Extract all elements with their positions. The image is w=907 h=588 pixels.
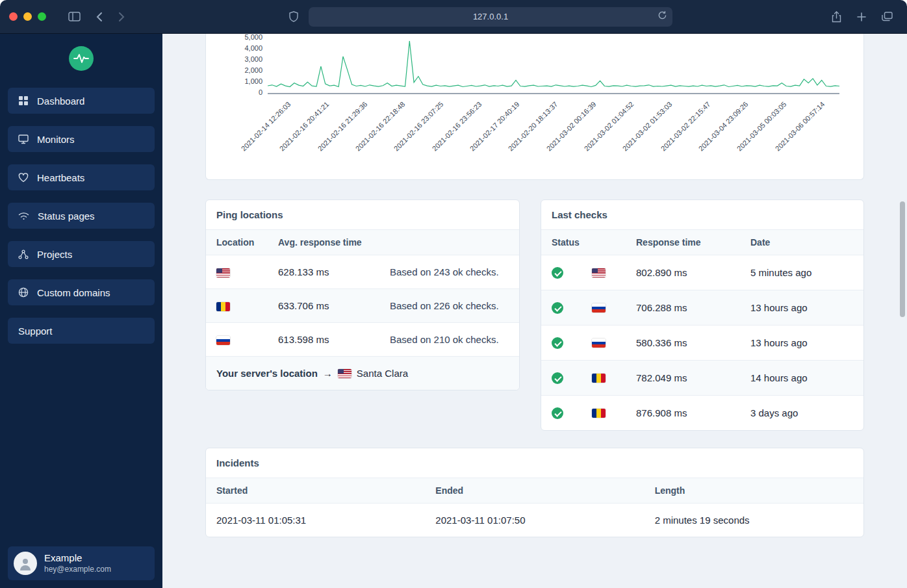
new-tab-button[interactable] <box>852 10 871 24</box>
chart-line <box>268 41 839 86</box>
check-date: 5 minutes ago <box>740 255 863 290</box>
sidebar-toggle-icon <box>68 12 81 21</box>
monitor-icon <box>18 134 29 144</box>
sidebar-item-heartbeats[interactable]: Heartbeats <box>8 164 155 190</box>
us-flag-icon <box>592 268 606 277</box>
table-row: 802.890 ms 5 minutes ago <box>541 255 863 290</box>
sidebar-toggle-button[interactable] <box>63 9 86 24</box>
avg-response-time: 613.598 ms <box>268 323 379 357</box>
column-header-location: Location <box>206 230 268 255</box>
url-text: 127.0.0.1 <box>473 12 508 21</box>
sidebar-item-dashboard[interactable]: Dashboard <box>8 88 155 114</box>
table-row: 876.908 ms 3 days ago <box>541 396 863 431</box>
incidents-title: Incidents <box>206 448 863 478</box>
table-header-row: Started Ended Length <box>206 478 863 504</box>
scrollbar-thumb[interactable] <box>900 201 905 317</box>
server-city: Santa Clara <box>357 368 408 379</box>
column-header-ended: Ended <box>425 478 644 504</box>
response-time: 706.288 ms <box>626 290 740 326</box>
last-checks-title: Last checks <box>541 200 863 230</box>
reload-icon <box>658 10 667 20</box>
table-row: 706.288 ms 13 hours ago <box>541 290 863 326</box>
check-date: 13 hours ago <box>740 290 863 326</box>
table-row: 782.049 ms 14 hours ago <box>541 361 863 396</box>
wifi-icon <box>18 212 29 220</box>
column-header-avg-response-time: Avg. response time <box>268 230 519 255</box>
table-row: 633.706 ms Based on 226 ok checks. <box>206 289 519 323</box>
response-time: 802.890 ms <box>626 255 740 290</box>
ok-check-icon <box>552 302 563 314</box>
sidebar-item-label: Monitors <box>37 134 75 145</box>
ru-flag-icon <box>592 339 606 348</box>
checks-note: Based on 210 ok checks. <box>379 323 519 357</box>
column-header-date: Date <box>740 230 863 255</box>
traffic-lights <box>9 12 46 21</box>
ok-check-icon <box>552 337 563 349</box>
y-tick-label: 4,000 <box>244 44 262 52</box>
ok-check-icon <box>552 372 563 384</box>
column-header-started: Started <box>206 478 425 504</box>
privacy-shield-button[interactable] <box>284 8 303 25</box>
ru-flag-icon <box>216 336 230 345</box>
tabs-icon <box>882 12 893 21</box>
close-window-button[interactable] <box>9 12 18 21</box>
incident-ended: 2021-03-11 01:07:50 <box>425 504 644 537</box>
us-flag-icon <box>216 268 230 277</box>
sidebar-item-monitors[interactable]: Monitors <box>8 126 155 152</box>
column-header-status: Status <box>541 230 626 255</box>
plus-icon <box>857 12 866 21</box>
browser-chrome: 127.0.0.1 <box>0 0 907 34</box>
user-email: hey@example.com <box>44 565 111 574</box>
table-header-row: Location Avg. response time <box>206 230 519 255</box>
sidebar-item-projects[interactable]: Projects <box>8 241 155 267</box>
y-tick-label: 2,000 <box>244 66 262 74</box>
pulse-icon <box>73 52 90 65</box>
forward-button[interactable] <box>113 9 130 25</box>
incident-length: 2 minutes 19 seconds <box>645 504 863 537</box>
minimize-window-button[interactable] <box>23 12 32 21</box>
shield-icon <box>289 11 298 22</box>
table-row: 580.336 ms 13 hours ago <box>541 326 863 361</box>
response-time: 580.336 ms <box>626 326 740 361</box>
ro-flag-icon <box>592 409 606 418</box>
avatar <box>14 552 37 575</box>
sidebar-item-label: Heartbeats <box>37 172 84 183</box>
table-row: 2021-03-11 01:05:31 2021-03-11 01:07:50 … <box>206 504 863 537</box>
table-row: 628.133 ms Based on 243 ok checks. <box>206 255 519 289</box>
incidents-table: Started Ended Length 2021-03-11 01:05:31… <box>206 478 863 537</box>
back-button[interactable] <box>91 9 108 25</box>
table-header-row: Status Response time Date <box>541 230 863 255</box>
y-tick-label: 0 <box>259 88 262 96</box>
sidebar-item-custom-domains[interactable]: Custom domains <box>8 279 155 305</box>
ping-locations-table: Location Avg. response time 628.133 ms B… <box>206 230 519 356</box>
y-tick-label: 3,000 <box>244 55 262 63</box>
avg-response-time: 628.133 ms <box>268 255 379 289</box>
y-tick-label: 1,000 <box>244 77 262 85</box>
last-checks-table: Status Response time Date 802.890 ms 5 m… <box>541 230 863 430</box>
ping-locations-title: Ping locations <box>206 200 519 230</box>
sidebar-item-label: Status pages <box>38 211 95 222</box>
y-tick-label: 5,000 <box>244 34 262 41</box>
user-name: Example <box>44 552 111 565</box>
chart-x-labels: 2021-02-14 12:26:032021-02-16 20:41:2120… <box>268 95 839 172</box>
reload-button[interactable] <box>656 9 669 23</box>
app-logo[interactable] <box>69 46 94 71</box>
sidebar-item-label: Projects <box>37 249 72 260</box>
user-menu[interactable]: Example hey@example.com <box>8 546 155 580</box>
checks-note: Based on 243 ok checks. <box>379 255 519 289</box>
grid-icon <box>18 96 29 106</box>
server-location-footer: Your server's location → Santa Clara <box>206 356 519 390</box>
check-date: 14 hours ago <box>740 361 863 396</box>
zoom-window-button[interactable] <box>38 12 46 21</box>
share-button[interactable] <box>826 8 847 25</box>
chevron-right-icon <box>118 12 125 22</box>
sidebar-item-status-pages[interactable]: Status pages <box>8 203 155 229</box>
sidebar-item-support[interactable]: Support <box>8 318 155 344</box>
chart-plot: 01,0002,0003,0004,0005,000 2021-02-14 12… <box>268 36 839 172</box>
chart-line-svg <box>268 36 839 95</box>
sidebar-item-label: Dashboard <box>37 96 84 107</box>
incident-started: 2021-03-11 01:05:31 <box>206 504 425 537</box>
address-bar[interactable]: 127.0.0.1 <box>309 7 672 27</box>
tab-overview-button[interactable] <box>876 9 898 24</box>
main-content: 01,0002,0003,0004,0005,000 2021-02-14 12… <box>162 34 907 588</box>
